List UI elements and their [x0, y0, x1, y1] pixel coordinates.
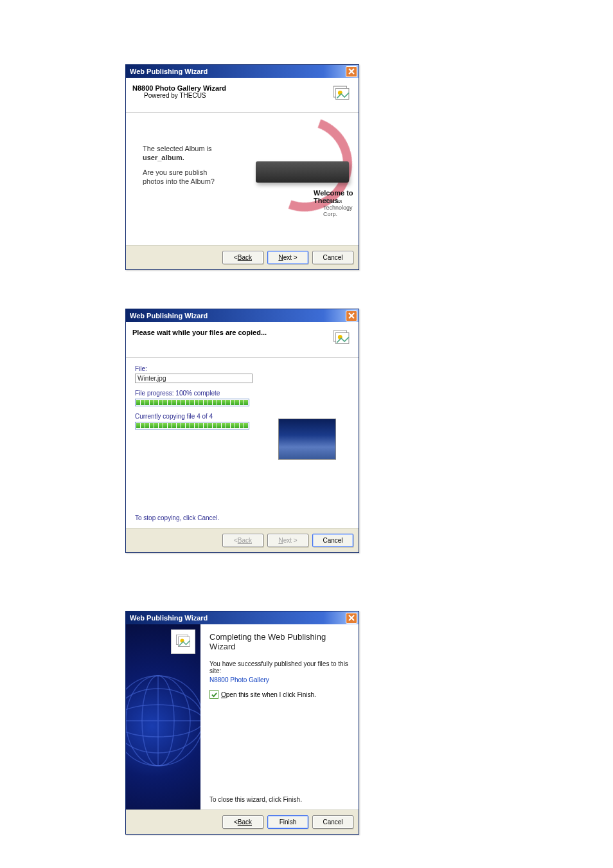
body-pane: Completing the Web Publishing Wizard You…: [126, 624, 359, 809]
wizard-dialog-confirm: Web Publishing Wizard N8800 Photo Galler…: [125, 64, 359, 270]
stop-instruction: To stop copying, click Cancel.: [135, 514, 219, 521]
close-icon[interactable]: [346, 311, 357, 321]
welcome-subtitle: Thecus Technology Corp.: [323, 198, 359, 217]
button-bar: < Back Next > Cancel: [126, 245, 359, 269]
titlebar[interactable]: Web Publishing Wizard: [126, 611, 359, 624]
close-icon[interactable]: [346, 66, 357, 77]
back-button[interactable]: < Back: [222, 251, 263, 264]
file-label: File:: [135, 365, 352, 372]
site-link[interactable]: N8800 Photo Gallery: [209, 676, 350, 683]
back-button: < Back: [222, 534, 263, 547]
body-pane: File: Winter.jpg File progress: 100% com…: [126, 357, 359, 528]
header-subtitle: Powered by THECUS: [132, 92, 226, 99]
overall-progress-bar: [135, 422, 249, 429]
file-progress-label: File progress: 100% complete: [135, 390, 352, 397]
close-icon[interactable]: [346, 613, 357, 624]
title-text: Web Publishing Wizard: [130, 614, 208, 622]
next-button[interactable]: Next >: [267, 251, 308, 264]
body-pane: The selected Album is user_album. Are yo…: [126, 113, 359, 245]
photos-icon: [330, 327, 352, 350]
welcome-graphic: Welcome to Thecus. Thecus Technology Cor…: [217, 113, 359, 245]
titlebar[interactable]: Web Publishing Wizard: [126, 65, 359, 78]
side-panel: [126, 624, 200, 809]
photos-icon: [330, 83, 352, 106]
open-site-label: Open this site when I click Finish.: [221, 691, 316, 698]
photos-icon: [171, 629, 195, 654]
close-instruction: To close this wizard, click Finish.: [209, 796, 302, 803]
titlebar[interactable]: Web Publishing Wizard: [126, 309, 359, 322]
cancel-button[interactable]: Cancel: [312, 251, 353, 264]
file-name-field: Winter.jpg: [135, 374, 253, 383]
header-pane: N8800 Photo Gallery Wizard Powered by TH…: [126, 78, 359, 113]
wizard-dialog-copying: Web Publishing Wizard Please wait while …: [125, 309, 359, 553]
button-bar: < Back Next > Cancel: [126, 528, 359, 552]
title-text: Web Publishing Wizard: [130, 312, 208, 320]
next-button: Next >: [267, 534, 308, 547]
cancel-button[interactable]: Cancel: [312, 815, 353, 829]
header-title: Please wait while your files are copied.…: [132, 329, 267, 336]
completing-title: Completing the Web Publishing Wizard: [209, 632, 350, 651]
open-site-checkbox[interactable]: [209, 690, 218, 699]
finish-button[interactable]: Finish: [267, 815, 308, 829]
header-pane: Please wait while your files are copied.…: [126, 322, 359, 357]
wizard-dialog-complete: Web Publishing Wizard: [125, 611, 359, 835]
globe-icon: [126, 669, 200, 772]
button-bar: < Back Finish Cancel: [126, 809, 359, 834]
cancel-button[interactable]: Cancel: [312, 534, 353, 547]
title-text: Web Publishing Wizard: [130, 68, 208, 75]
back-button[interactable]: < Back: [222, 815, 263, 829]
preview-thumbnail: [278, 419, 336, 460]
file-progress-bar: [135, 399, 249, 406]
header-title: N8800 Photo Gallery Wizard: [132, 84, 226, 92]
success-text: You have successfully published your fil…: [209, 660, 350, 674]
